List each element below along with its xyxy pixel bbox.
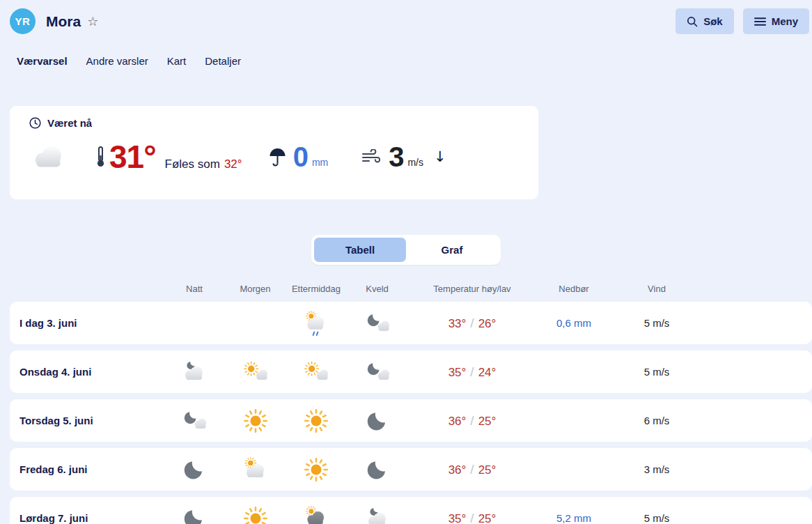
forecast-row-day-4[interactable]: Lørdag 7. juni 35°/25° 5,2 mm 5 m/s: [10, 497, 812, 524]
weather-icon-ettermiddag: [285, 408, 348, 434]
forecast-row-day-2[interactable]: Torsdag 5. juni 36°/25° 6 m/s: [10, 399, 812, 442]
weather-icon-natt: [163, 456, 226, 483]
page-title: Mora: [46, 13, 81, 30]
temperature-high-low: 35°/24°: [407, 364, 538, 380]
column-header-ettermiddag: Ettermiddag: [285, 284, 348, 294]
weather-icon-natt: [163, 359, 226, 385]
weather-icon-morgen: [226, 359, 285, 385]
weather-icon-ettermiddag: [285, 359, 348, 385]
feels-like-label: Føles som: [165, 157, 220, 171]
umbrella-icon: [269, 148, 286, 167]
column-header-temperatur: Temperatur høy/lav: [407, 284, 538, 294]
current-temperature: 31°: [109, 138, 156, 176]
day-label: I dag 3. juni: [10, 317, 163, 329]
day-label: Onsdag 4. juni: [10, 366, 163, 378]
weather-icon-kveld: [348, 505, 407, 524]
temperature-high-low: 36°/25°: [407, 413, 538, 429]
weather-icon-natt: [163, 408, 226, 434]
weather-icon-morgen: [226, 505, 285, 524]
hamburger-icon: [754, 17, 766, 26]
temp-separator: /: [470, 462, 474, 477]
weather-icon-morgen: [226, 408, 285, 434]
current-temperature-group: 31° Føles som 32°: [96, 138, 242, 176]
temp-low: 25°: [478, 463, 497, 477]
column-header-natt: Natt: [163, 284, 226, 294]
precipitation-unit: mm: [312, 157, 328, 173]
view-switcher: Tabell Graf: [311, 235, 501, 265]
main-nav: Værvarsel Andre varsler Kart Detaljer: [17, 55, 802, 67]
temp-high: 36°: [448, 415, 467, 428]
temp-low: 25°: [478, 415, 497, 428]
nav-item-vaervarsel[interactable]: Værvarsel: [17, 55, 68, 67]
wind-icon: [361, 149, 380, 164]
column-header-kveld: Kveld: [348, 284, 407, 294]
weather-icon-kveld: [348, 408, 407, 434]
forecast-column-headers: Natt Morgen Ettermiddag Kveld Temperatur…: [10, 281, 812, 296]
weather-icon-ettermiddag: [285, 505, 348, 524]
yr-logo[interactable]: YR: [10, 8, 36, 34]
weather-icon-kveld: [348, 359, 407, 385]
search-button-label: Søk: [703, 15, 723, 27]
temp-high: 35°: [448, 366, 467, 379]
day-label: Fredag 6. juni: [10, 463, 163, 475]
weather-icon-natt: [163, 505, 226, 524]
wind-value: 5 m/s: [610, 512, 703, 524]
temp-high: 33°: [448, 317, 467, 330]
temp-separator: /: [470, 316, 474, 330]
menu-button-label: Meny: [772, 15, 798, 27]
weather-icon-kveld: [348, 310, 407, 337]
wind-value: 5 m/s: [610, 366, 703, 378]
nav-item-kart[interactable]: Kart: [167, 55, 187, 67]
temperature-high-low: 35°/25°: [407, 511, 538, 524]
tab-tabell[interactable]: Tabell: [314, 238, 406, 262]
clock-icon: [29, 117, 41, 129]
weather-icon-kveld: [348, 456, 407, 483]
current-weather-card: Været nå 31° Føles som 32°: [10, 106, 538, 199]
temp-low: 25°: [478, 512, 497, 524]
search-icon: [687, 16, 698, 27]
nav-item-andre-varsler[interactable]: Andre varsler: [86, 55, 148, 67]
nav-item-detaljer[interactable]: Detaljer: [205, 55, 241, 67]
weather-icon-ettermiddag: [285, 310, 348, 337]
search-button[interactable]: Søk: [676, 8, 734, 34]
forecast-row-day-1[interactable]: Onsdag 4. juni 35°/24° 5 m/s: [10, 350, 812, 393]
current-wind-value: 3: [389, 141, 404, 173]
weather-icon-ettermiddag: [285, 456, 348, 483]
column-header-morgen: Morgen: [226, 284, 285, 294]
wind-value: 3 m/s: [610, 463, 703, 475]
temp-low: 26°: [478, 317, 497, 330]
current-condition-icon: [29, 139, 68, 174]
day-label: Torsdag 5. juni: [10, 415, 163, 426]
menu-button[interactable]: Meny: [743, 8, 809, 34]
wind-unit: m/s: [407, 157, 423, 173]
tab-graf[interactable]: Graf: [406, 238, 498, 262]
wind-value: 6 m/s: [610, 415, 703, 426]
precipitation-value: 0,6 mm: [538, 317, 610, 329]
temp-low: 24°: [478, 366, 497, 379]
temp-separator: /: [470, 413, 474, 428]
temp-high: 36°: [448, 463, 467, 477]
temp-high: 35°: [448, 512, 467, 524]
forecast-row-day-0[interactable]: I dag 3. juni 33°/26° 0,6 mm 5 m/s: [10, 302, 812, 344]
current-precipitation-group: 0 mm: [269, 141, 329, 173]
column-header-nedbor: Nedbør: [538, 284, 610, 294]
temp-separator: /: [470, 364, 474, 379]
thermometer-icon: [96, 146, 105, 168]
current-precipitation-value: 0: [293, 141, 309, 173]
column-header-vind: Vind: [610, 284, 703, 294]
temperature-high-low: 36°/25°: [407, 462, 538, 477]
wind-direction-arrow-icon: ↓: [434, 148, 446, 165]
wind-value: 5 m/s: [610, 317, 703, 329]
day-label: Lørdag 7. juni: [10, 512, 163, 524]
feels-like-value: 32°: [224, 157, 242, 171]
weather-icon-morgen: [226, 456, 285, 483]
yr-weather-page: YR Mora ☆ Søk Meny Værvarsel Andre varsl…: [0, 0, 812, 524]
current-weather-heading: Været nå: [47, 117, 92, 129]
precipitation-value: 5,2 mm: [538, 512, 610, 524]
temp-separator: /: [470, 511, 474, 524]
topbar: YR Mora ☆ Søk Meny: [0, 0, 812, 34]
favorite-star-icon[interactable]: ☆: [87, 15, 98, 28]
forecast-row-day-3[interactable]: Fredag 6. juni 36°/25° 3 m/s: [10, 448, 812, 491]
temperature-high-low: 33°/26°: [407, 316, 538, 331]
current-wind-group: 3 m/s ↓: [361, 141, 446, 173]
